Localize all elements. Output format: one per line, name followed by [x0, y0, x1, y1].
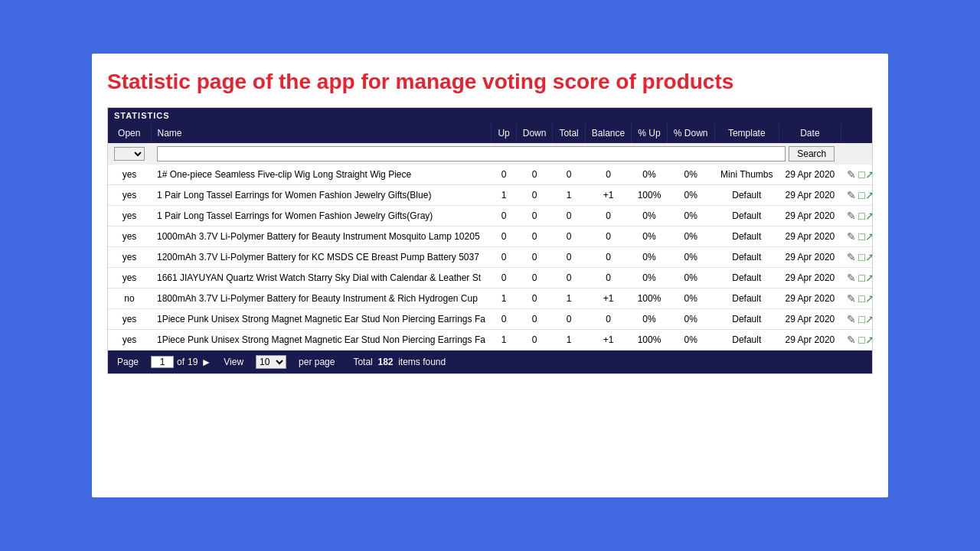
cell-balance: +1 [585, 329, 631, 350]
cell-down: 0 [516, 165, 553, 185]
stats-table: Open Name Up Down Total Balance % Up % D… [108, 123, 872, 350]
filter-cell: yes no [108, 143, 151, 165]
total-label: Total [353, 357, 372, 367]
cell-up: 1 [492, 329, 516, 350]
cell-up: 0 [492, 267, 516, 288]
col-header-balance: Balance [585, 123, 631, 143]
clone-icon[interactable]: □↗ [858, 210, 872, 222]
cell-actions: ✎ □↗ 👁 🗑 [841, 329, 872, 350]
cell-pct-down: 0% [667, 205, 714, 226]
cell-pct-down: 0% [667, 329, 714, 350]
cell-template: Default [714, 205, 779, 226]
main-container: Statistic page of the app for manage vot… [92, 54, 888, 497]
clone-icon[interactable]: □↗ [858, 272, 872, 284]
col-header-up: Up [492, 123, 516, 143]
cell-name: 1Piece Punk Unisex Strong Magnet Magneti… [151, 308, 492, 329]
clone-icon[interactable]: □↗ [858, 168, 872, 181]
cell-open: yes [108, 267, 151, 288]
cell-pct-down: 0% [667, 308, 714, 329]
cell-balance: 0 [585, 205, 631, 226]
col-header-open: Open [108, 123, 151, 143]
edit-icon[interactable]: ✎ [847, 292, 856, 305]
cell-pct-up: 100% [632, 288, 668, 308]
search-input[interactable] [157, 146, 786, 161]
table-row: yes1661 JIAYUYAN Quartz Wrist Watch Star… [108, 267, 872, 288]
edit-icon[interactable]: ✎ [847, 230, 856, 243]
cell-pct-down: 0% [667, 226, 714, 246]
cell-template: Default [714, 288, 779, 308]
cell-total: 0 [553, 267, 585, 288]
cell-name: 1800mAh 3.7V Li-Polymer Battery for Beau… [151, 288, 492, 308]
action-icons: ✎ □↗ 👁 🗑 [847, 230, 872, 243]
clone-icon[interactable]: □↗ [858, 230, 872, 243]
cell-open: yes [108, 329, 151, 350]
edit-icon[interactable]: ✎ [847, 189, 856, 201]
cell-up: 1 [492, 288, 516, 308]
cell-pct-up: 0% [632, 246, 668, 267]
per-page-select[interactable]: 10 25 50 [256, 355, 286, 369]
table-row: no1800mAh 3.7V Li-Polymer Battery for Be… [108, 288, 872, 308]
cell-up: 0 [492, 308, 516, 329]
table-row: yes1Piece Punk Unisex Strong Magnet Magn… [108, 329, 872, 350]
cell-actions: ✎ □↗ 👁 🗑 [841, 267, 872, 288]
page-title: Statistic page of the app for manage vot… [107, 69, 873, 95]
clone-icon[interactable]: □↗ [858, 313, 872, 325]
cell-date: 29 Apr 2020 [779, 165, 841, 185]
cell-open: yes [108, 246, 151, 267]
cell-date: 29 Apr 2020 [779, 267, 841, 288]
cell-down: 0 [516, 246, 553, 267]
clone-icon[interactable]: □↗ [858, 334, 872, 346]
search-row: yes no Search [108, 143, 872, 165]
open-filter-select[interactable]: yes no [114, 147, 145, 161]
edit-icon[interactable]: ✎ [847, 251, 856, 263]
action-icons: ✎ □↗ 👁 🗑 [847, 189, 872, 201]
cell-pct-up: 0% [632, 226, 668, 246]
cell-actions: ✎ □↗ 👁 🗑 [841, 184, 872, 205]
cell-template: Default [714, 184, 779, 205]
cell-pct-down: 0% [667, 165, 714, 185]
cell-pct-down: 0% [667, 267, 714, 288]
action-icons: ✎ □↗ 👁 🗑 [847, 292, 872, 305]
total-info: Total 182 items found [353, 357, 446, 367]
cell-up: 0 [492, 205, 516, 226]
cell-down: 0 [516, 226, 553, 246]
cell-name: 1 Pair Long Tassel Earrings for Women Fa… [151, 205, 492, 226]
col-header-name: Name [151, 123, 492, 143]
col-header-down: Down [516, 123, 553, 143]
of-label: of [177, 357, 185, 367]
cell-template: Mini Thumbs [714, 165, 779, 185]
table-body: yes1# One-piece Seamless Five-clip Wig L… [108, 165, 872, 350]
cell-template: Default [714, 329, 779, 350]
cell-total: 0 [553, 226, 585, 246]
cell-balance: 0 [585, 165, 631, 185]
cell-pct-up: 0% [632, 165, 668, 185]
edit-icon[interactable]: ✎ [847, 334, 856, 346]
cell-balance: +1 [585, 288, 631, 308]
edit-icon[interactable]: ✎ [847, 168, 856, 181]
cell-template: Default [714, 246, 779, 267]
edit-icon[interactable]: ✎ [847, 210, 856, 222]
search-button[interactable]: Search [789, 146, 835, 161]
cell-actions: ✎ □↗ 👁 🗑 [841, 246, 872, 267]
cell-balance: 0 [585, 267, 631, 288]
edit-icon[interactable]: ✎ [847, 272, 856, 284]
cell-total: 0 [553, 308, 585, 329]
cell-date: 29 Apr 2020 [779, 246, 841, 267]
clone-icon[interactable]: □↗ [858, 251, 872, 263]
total-count: 182 [377, 357, 393, 367]
cell-date: 29 Apr 2020 [779, 329, 841, 350]
next-page-button[interactable]: ► [201, 356, 211, 368]
cell-down: 0 [516, 267, 553, 288]
edit-icon[interactable]: ✎ [847, 313, 856, 325]
clone-icon[interactable]: □↗ [858, 189, 872, 201]
table-header-row: Open Name Up Down Total Balance % Up % D… [108, 123, 872, 143]
cell-pct-up: 0% [632, 205, 668, 226]
action-icons: ✎ □↗ 👁 🗑 [847, 168, 872, 181]
cell-balance: 0 [585, 226, 631, 246]
clone-icon[interactable]: □↗ [858, 292, 872, 305]
page-number-input[interactable] [151, 356, 174, 368]
cell-pct-up: 100% [632, 329, 668, 350]
cell-total: 1 [553, 329, 585, 350]
cell-name: 1661 JIAYUYAN Quartz Wrist Watch Starry … [151, 267, 492, 288]
cell-pct-up: 0% [632, 267, 668, 288]
